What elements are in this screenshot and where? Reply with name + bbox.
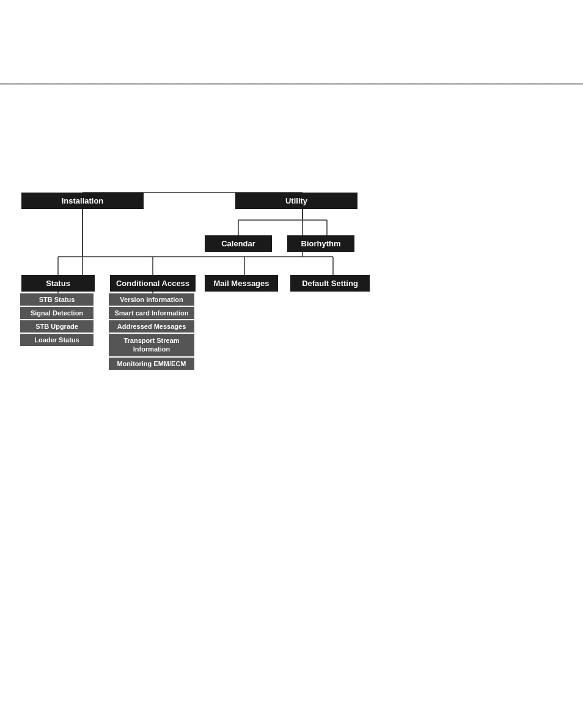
version-information-item[interactable]: Version Information [109,293,194,306]
top-rule [0,83,583,85]
addressed-messages-item[interactable]: Addressed Messages [109,320,194,333]
utility-node: Utility [235,193,358,209]
transport-stream-information-item[interactable]: Transport StreamInformation [109,334,194,356]
installation-node: Installation [21,193,144,209]
default-setting-node: Default Setting [290,275,370,292]
loader-status-item[interactable]: Loader Status [20,334,94,346]
signal-detection-item[interactable]: Signal Detection [20,307,94,319]
calendar-node: Calendar [205,235,272,252]
conditional-access-label: Conditional Access [110,275,196,292]
mail-messages-label: Mail Messages [205,275,278,292]
diagram-wrapper: Installation Utility Calendar Biorhythm … [9,180,400,388]
ca-items: Version Information Smart card Informati… [109,293,194,370]
mail-messages-node: Mail Messages [205,275,278,292]
installation-label: Installation [21,193,144,209]
conditional-access-node: Conditional Access [110,275,196,292]
stb-upgrade-item[interactable]: STB Upgrade [20,320,94,333]
monitoring-emm-ecm-item[interactable]: Monitoring EMM/ECM [109,358,194,370]
status-label: Status [21,275,95,292]
utility-label: Utility [235,193,358,209]
biorhythm-node: Biorhythm [287,235,354,252]
status-node: Status [21,275,95,292]
status-items: STB Status Signal Detection STB Upgrade … [20,293,94,346]
default-setting-label: Default Setting [290,275,370,292]
calendar-label: Calendar [205,235,272,252]
biorhythm-label: Biorhythm [287,235,354,252]
smart-card-information-item[interactable]: Smart card Information [109,307,194,319]
stb-status-item[interactable]: STB Status [20,293,94,306]
